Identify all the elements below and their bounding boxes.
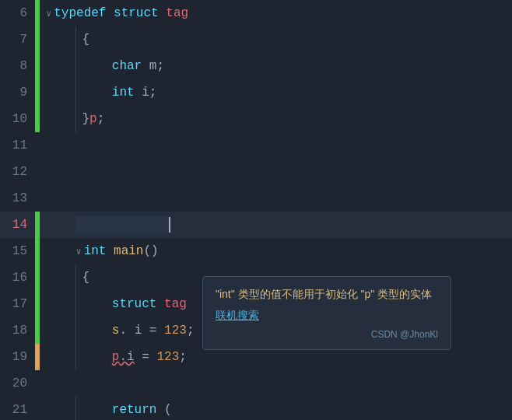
code-line-9: 9 int i; [0, 79, 512, 106]
line-number-15: 15 [0, 238, 35, 264]
indent-guide [75, 26, 76, 53]
code-line-6: 6 ∨typedef struct tag [0, 0, 512, 26]
line-content-21: return ( [40, 397, 512, 420]
line-number-16: 16 [0, 264, 35, 291]
line-number-10: 10 [0, 106, 35, 132]
fold-arrow-15[interactable]: ∨ [75, 247, 81, 257]
error-message: "int" 类型的值不能用于初始化 "p" 类型的实体 [216, 288, 432, 300]
text-cursor [169, 217, 170, 233]
indent-guide [75, 264, 76, 291]
tooltip-footer: CSDN @JhonKl [216, 329, 438, 340]
code-line-14[interactable]: 14 [0, 212, 512, 238]
line-number-9: 9 [0, 79, 35, 106]
indent-guide [75, 53, 76, 79]
line-number-12: 12 [0, 159, 35, 185]
line-number-6: 6 [0, 0, 35, 26]
line-number-7: 7 [0, 26, 35, 53]
tooltip-error-text: "int" 类型的值不能用于初始化 "p" 类型的实体 [216, 286, 438, 303]
line-content-10: }p; [40, 106, 512, 132]
line-content-6: ∨typedef struct tag [40, 0, 512, 26]
indent-guide [75, 397, 76, 420]
line-content-15: ∨int main() [40, 238, 512, 264]
code-line-8: 8 char m; [0, 53, 512, 79]
line-content-8: char m; [40, 53, 512, 79]
line-number-8: 8 [0, 53, 35, 79]
error-token: p.i [112, 350, 135, 364]
line-number-13: 13 [0, 185, 35, 212]
code-line-15: 15 ∨int main() [0, 238, 512, 264]
line-number-18: 18 [0, 317, 35, 344]
code-line-12: 12 [0, 159, 512, 185]
code-editor: 6 ∨typedef struct tag 7 { 8 char m; 9 in… [0, 0, 512, 420]
line-number-21: 21 [0, 397, 35, 420]
indent-highlight [75, 216, 169, 233]
code-line-20: 20 [0, 370, 512, 397]
tooltip-search-link[interactable]: 联机搜索 [216, 309, 438, 323]
line-content-11 [40, 132, 512, 159]
line-content-20 [40, 370, 512, 397]
indent-guide [75, 344, 76, 370]
line-number-19: 19 [0, 344, 35, 370]
line-content-13 [40, 185, 512, 212]
code-line-11: 11 [0, 132, 512, 159]
indent-guide [75, 291, 76, 317]
code-area: 6 ∨typedef struct tag 7 { 8 char m; 9 in… [0, 0, 512, 420]
line-number-17: 17 [0, 291, 35, 317]
line-number-11: 11 [0, 132, 35, 159]
line-number-14: 14 [0, 212, 35, 238]
indent-guide [75, 106, 76, 132]
line-number-20: 20 [0, 370, 35, 397]
indent-guide [75, 317, 76, 344]
code-line-10: 10 }p; [0, 106, 512, 132]
error-tooltip: "int" 类型的值不能用于初始化 "p" 类型的实体 联机搜索 CSDN @J… [202, 276, 451, 350]
line-content-7: { [40, 26, 512, 53]
line-content-9: int i; [40, 79, 512, 106]
code-line-7: 7 { [0, 26, 512, 53]
code-line-13: 13 [0, 185, 512, 212]
code-line-21: 21 return ( [0, 397, 512, 420]
line-content-14 [40, 212, 512, 238]
line-content-12 [40, 159, 512, 185]
indent-guide [75, 79, 76, 106]
